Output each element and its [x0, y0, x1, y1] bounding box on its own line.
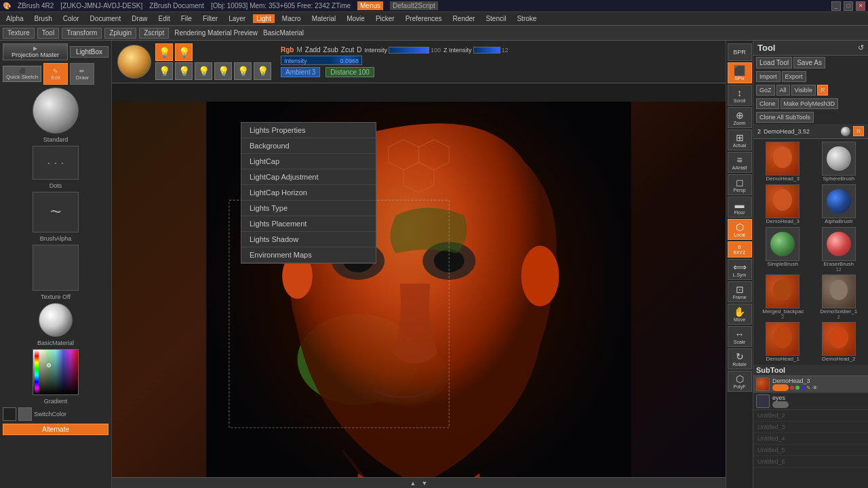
subtool-eyes-toggle[interactable] [772, 401, 789, 408]
light-icon-3[interactable]: 💡 [155, 62, 173, 80]
z-intensity-slider[interactable] [473, 47, 500, 54]
menu-filter[interactable]: Filter [199, 14, 221, 23]
distance-btn[interactable]: Distance 100 [326, 67, 374, 77]
dots-preview[interactable]: · · · [33, 146, 79, 180]
foreground-color[interactable] [3, 407, 16, 421]
color-picker[interactable] [33, 349, 79, 395]
menu-movie[interactable]: Movie [343, 14, 368, 23]
alternate-button[interactable]: Alternate [3, 424, 108, 435]
brush-eraserbrush[interactable]: EraserBrush 12 [812, 227, 866, 272]
move-button[interactable]: ✋ Move [728, 304, 752, 325]
dropdown-lights-placement[interactable]: Lights Placement [241, 216, 376, 232]
zoom-button[interactable]: ⊕ Zoom [728, 107, 752, 128]
menu-preferences[interactable]: Preferences [402, 14, 446, 23]
dropdown-lightcap-horizon[interactable]: LightCap Horizon [241, 185, 376, 201]
tool-collapse-icon[interactable]: ↺ [858, 43, 864, 52]
viewport-canvas[interactable] [112, 102, 726, 488]
scale-button[interactable]: ↔ Scale [728, 326, 752, 347]
menu-edit[interactable]: Edit [155, 14, 174, 23]
r-button[interactable]: R [817, 85, 829, 96]
menu-alpha[interactable]: Alpha [3, 14, 27, 23]
edit-button[interactable]: ✎ Edit [43, 63, 68, 85]
menu-macro[interactable]: Macro [279, 14, 304, 23]
dropdown-lightcap[interactable]: LightCap [241, 154, 376, 169]
clone-all-button[interactable]: Clone All SubTools [756, 112, 814, 123]
subtool-untitled2[interactable]: Untitled_2 [753, 410, 868, 422]
basic-material-sphere[interactable] [39, 303, 73, 337]
subtool-edit-icon[interactable]: ✎ [806, 385, 811, 391]
subtool-untitled3[interactable]: Untitled_3 [753, 422, 868, 433]
menu-stencil[interactable]: Stencil [482, 14, 509, 23]
dropdown-background[interactable]: Background [241, 138, 376, 154]
menu-color[interactable]: Color [60, 14, 83, 23]
all-button[interactable]: All [776, 85, 790, 96]
bpr-button[interactable]: BPR [728, 43, 752, 61]
zplugin-btn[interactable]: Zplugin [104, 28, 136, 39]
subtool-untitled4[interactable]: Untitled_4 [753, 433, 868, 445]
dropdown-environment-maps[interactable]: Environment Maps [241, 247, 376, 263]
r-small-button[interactable]: R [853, 126, 864, 136]
brush-alphabrush[interactable]: AlphaBrush [812, 184, 866, 224]
menu-stroke[interactable]: Stroke [513, 14, 540, 23]
draw-button[interactable]: ✏ Draw [70, 63, 94, 85]
brush-demosoldier[interactable]: DemoSoldier_1 2 [812, 274, 866, 319]
projection-master-button[interactable]: ▶ Projection Master [3, 43, 68, 60]
menus-label[interactable]: Menus [357, 1, 383, 10]
texture-btn[interactable]: Texture [3, 28, 35, 39]
background-color[interactable] [18, 407, 32, 421]
subtool-toggle-on[interactable] [772, 384, 789, 391]
dropdown-lights-shadow[interactable]: Lights Shadow [241, 232, 376, 247]
menu-picker[interactable]: Picker [372, 14, 398, 23]
aahalf-button[interactable]: ≡ AAHalf [728, 152, 752, 173]
6xyz-button[interactable]: 6 6XYZ [728, 241, 752, 258]
light-icon-1[interactable]: 💡 [155, 43, 173, 61]
dropdown-lights-type[interactable]: Lights Type [241, 201, 376, 216]
brush-merged-backpack[interactable]: Merged_backpac 2 [756, 274, 810, 319]
goz-button[interactable]: GoZ [756, 85, 775, 96]
polyf-button[interactable]: ⬡ PolyF [728, 371, 752, 392]
lightbox-button[interactable]: LightBox [70, 46, 108, 58]
light-icon-2[interactable]: 💡 [175, 43, 193, 61]
intensity-slider[interactable] [389, 47, 429, 54]
dropdown-lightcap-adjustment[interactable]: LightCap Adjustment [241, 169, 376, 185]
local-button[interactable]: ⬡ Local [728, 219, 752, 240]
clone-button[interactable]: Clone [756, 98, 779, 109]
close-button[interactable]: ✕ [856, 1, 865, 11]
dropdown-lights-properties[interactable]: Lights Properties [241, 123, 376, 138]
actual-button[interactable]: ⊞ Actual [728, 129, 752, 150]
light-icon-5[interactable]: 💡 [195, 62, 212, 80]
material-sphere[interactable] [33, 87, 79, 134]
menu-layer[interactable]: Layer [225, 14, 249, 23]
spix-button[interactable]: ⬛ SPix [728, 62, 752, 83]
main-intensity-slider[interactable]: Intensity 0.0968 [281, 56, 362, 65]
subtool-untitled6[interactable]: Untitled_6 [753, 456, 868, 468]
subtool-untitled5[interactable]: Untitled_5 [753, 445, 868, 456]
brush-spherebrush[interactable]: SphereBrush [812, 142, 866, 182]
import-button[interactable]: Import [756, 71, 781, 82]
subtool-eyes[interactable]: eyes [753, 393, 868, 410]
viewport-area[interactable]: 💡 💡 💡 💡 💡 💡 💡 💡 [112, 41, 726, 488]
menu-material[interactable]: Material [309, 14, 340, 23]
scroll-button[interactable]: ↕ Scroll [728, 85, 752, 106]
menu-light[interactable]: Light [253, 14, 275, 23]
brush-alpha-preview[interactable]: ~ [33, 192, 79, 232]
ambient-btn[interactable]: Ambient 3 [281, 67, 320, 77]
light-icon-4[interactable]: 💡 [175, 62, 193, 80]
subtool-eye-icon[interactable]: 👁 [812, 385, 818, 391]
subtool-demohead3[interactable]: DemoHead_3 ✎ 👁 [753, 376, 868, 393]
maximize-button[interactable]: □ [844, 1, 853, 11]
light-sphere[interactable] [117, 45, 151, 79]
menu-file[interactable]: File [178, 14, 195, 23]
lsym-button[interactable]: ⟺ L.Sym [728, 259, 752, 280]
save-as-button[interactable]: Save As [793, 57, 825, 68]
brush-demohead3-2[interactable]: DemoHead_3 [756, 184, 810, 224]
brush-demohead3-1[interactable]: DemoHead_3 [756, 142, 810, 182]
light-icon-8[interactable]: 💡 [254, 62, 271, 80]
light-icon-6[interactable]: 💡 [214, 62, 232, 80]
brush-demohead2[interactable]: DemoHead_2 [812, 322, 866, 362]
menu-render[interactable]: Render [450, 14, 479, 23]
script-label[interactable]: Default2Script [390, 1, 438, 10]
menu-brush[interactable]: Brush [31, 14, 56, 23]
brush-simplebrush[interactable]: SimpleBrush [756, 227, 810, 272]
menu-draw[interactable]: Draw [128, 14, 151, 23]
